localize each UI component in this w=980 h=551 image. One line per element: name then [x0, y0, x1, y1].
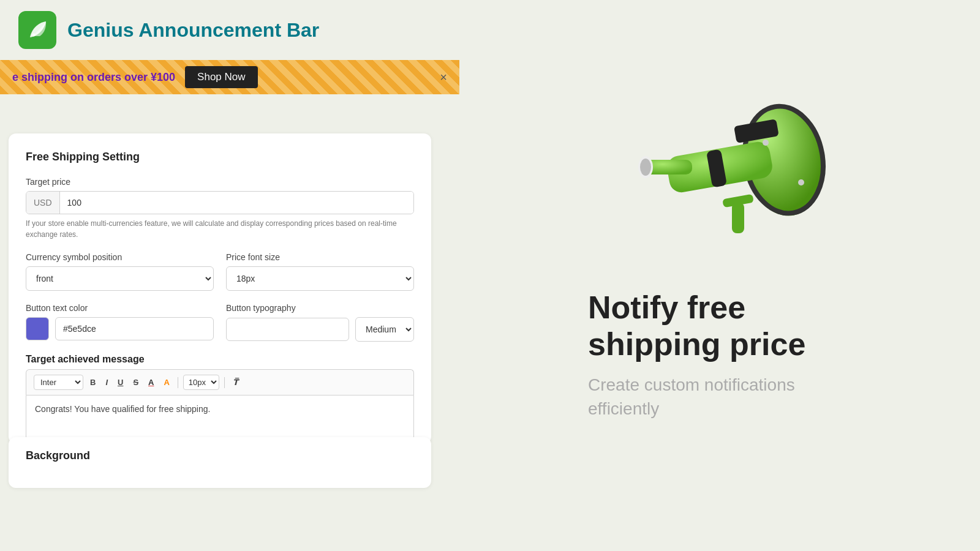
svg-rect-10 — [732, 203, 744, 233]
toolbar-divider-2 — [224, 377, 225, 388]
button-typography-label: Button typography — [226, 303, 414, 313]
app-title: Genius Announcement Bar — [67, 19, 319, 42]
announcement-bar-text: e shipping on orders over ¥100 — [12, 71, 175, 84]
background-section-title: Background — [26, 449, 414, 462]
color-row — [26, 317, 214, 340]
logo-icon — [18, 11, 56, 49]
announcement-bar-preview: e shipping on orders over ¥100 Shop Now … — [0, 60, 459, 94]
close-announcement-button[interactable]: × — [440, 70, 447, 84]
settings-panel: Free Shipping Setting Target price USD I… — [9, 133, 431, 444]
shop-now-button[interactable]: Shop Now — [185, 66, 257, 88]
toolbar-divider — [178, 377, 178, 388]
tagline-container: Notify freeshipping price Create custom … — [539, 290, 805, 421]
target-achieved-label: Target achieved message — [26, 354, 414, 365]
currency-position-select[interactable]: front back — [26, 266, 214, 291]
target-achieved-group: Target achieved message Inter Arial Geor… — [26, 354, 414, 444]
button-text-color-label: Button text color — [26, 303, 214, 313]
background-section: Background — [9, 437, 431, 488]
text-highlight-button[interactable]: A — [160, 376, 172, 389]
megaphone-illustration — [619, 94, 827, 253]
price-font-size-group: Price font size 10px 12px 14px 16px 18px… — [226, 252, 414, 291]
svg-point-11 — [763, 140, 769, 146]
color-value-input[interactable] — [55, 317, 214, 340]
typo-row: Light Regular Medium Bold — [226, 317, 414, 342]
strikethrough-button[interactable]: S — [130, 376, 141, 389]
button-typography-group: Button typography Light Regular Medium B… — [226, 303, 414, 342]
currency-fontsize-row: Currency symbol position front back Pric… — [26, 252, 414, 291]
message-editor[interactable]: Congrats! You have qualified for free sh… — [26, 395, 414, 444]
typography-font-input[interactable] — [226, 318, 349, 341]
right-section: Notify freeshipping price Create custom … — [466, 0, 980, 551]
font-size-select[interactable]: 10px 12px 14px 16px 18px — [183, 375, 219, 390]
price-font-size-select[interactable]: 10px 12px 14px 16px 18px 20px 24px — [226, 266, 414, 291]
font-family-select[interactable]: Inter Arial Georgia Roboto — [34, 375, 83, 390]
svg-point-8 — [640, 159, 651, 176]
tagline-main: Notify freeshipping price — [588, 290, 805, 363]
button-text-color-group: Button text color — [26, 303, 214, 342]
currency-prefix: USD — [26, 192, 60, 214]
currency-position-group: Currency symbol position front back — [26, 252, 214, 291]
free-shipping-section-title: Free Shipping Setting — [26, 151, 414, 163]
underline-button[interactable]: U — [115, 376, 126, 389]
italic-button[interactable]: I — [102, 376, 111, 389]
target-price-label: Target price — [26, 177, 414, 187]
currency-position-label: Currency symbol position — [26, 252, 214, 262]
editor-toolbar: Inter Arial Georgia Roboto B I U S A A 1… — [26, 369, 414, 395]
svg-point-12 — [798, 179, 804, 186]
target-price-input-wrapper: USD — [26, 191, 414, 214]
button-color-typo-row: Button text color Button typography Ligh… — [26, 303, 414, 342]
bold-button[interactable]: B — [87, 376, 99, 389]
target-price-group: Target price USD If your store enable mu… — [26, 177, 414, 240]
price-font-size-label: Price font size — [226, 252, 414, 262]
typography-weight-select[interactable]: Light Regular Medium Bold — [355, 317, 414, 342]
target-price-input[interactable] — [60, 192, 413, 214]
text-color-button[interactable]: A — [145, 376, 157, 389]
target-price-hint: If your store enable multi-currencies fe… — [26, 218, 414, 240]
tagline-sub: Create custom notificationsefficiently — [588, 373, 805, 421]
svg-point-0 — [32, 34, 36, 37]
clear-format-button[interactable]: T̅ — [230, 376, 241, 389]
color-swatch[interactable] — [26, 317, 49, 340]
